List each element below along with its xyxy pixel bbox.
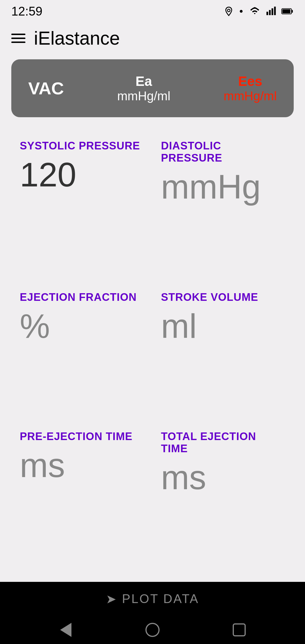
plot-icon: ➤	[106, 592, 116, 606]
stroke-volume-unit: ml	[161, 307, 197, 345]
svg-rect-5	[274, 7, 276, 15]
ees-unit: mmHg/ml	[224, 89, 277, 103]
pre-ejection-time-cell: PRE-EJECTION TIME ms	[11, 422, 152, 573]
stroke-volume-cell: STROKE VOLUME ml	[152, 283, 294, 422]
status-time: 12:59	[11, 4, 42, 18]
svg-rect-7	[291, 10, 293, 12]
wifi-icon	[249, 6, 261, 16]
location-icon	[224, 6, 234, 16]
top-bar: iElastance	[0, 23, 305, 54]
svg-point-0	[228, 9, 230, 12]
total-ejection-time-label: TOTAL EJECTION TIME	[161, 430, 285, 455]
pre-ejection-time-label: PRE-EJECTION TIME	[20, 430, 144, 443]
app-title: iElastance	[34, 27, 120, 49]
ea-unit: mmHg/ml	[117, 89, 170, 103]
vac-label: VAC	[28, 78, 64, 98]
total-ejection-time-value: ms	[161, 460, 285, 494]
recent-icon	[233, 623, 246, 636]
back-button[interactable]	[56, 620, 76, 640]
signal-icon	[265, 6, 277, 16]
nav-bar	[0, 616, 305, 644]
battery-icon	[281, 7, 294, 15]
status-icons	[224, 6, 294, 16]
back-icon	[60, 623, 71, 637]
menu-line-2	[11, 38, 25, 39]
svg-rect-3	[269, 10, 271, 15]
svg-rect-4	[272, 8, 273, 15]
systolic-pressure-value: 120	[20, 158, 144, 192]
svg-rect-2	[267, 12, 268, 15]
ees-title: Ees	[224, 73, 277, 89]
plot-data-button[interactable]: ➤ PLOT DATA	[0, 582, 305, 616]
ea-block: Ea mmHg/ml	[117, 73, 170, 103]
total-ejection-time-cell: TOTAL EJECTION TIME ms	[152, 422, 294, 573]
ejection-fraction-unit: %	[20, 307, 50, 345]
home-icon	[145, 623, 160, 637]
pre-ejection-time-value: ms	[20, 448, 144, 482]
menu-button[interactable]	[11, 34, 25, 43]
diastolic-pressure-value: mmHg	[161, 170, 285, 204]
menu-line-3	[11, 42, 25, 43]
stroke-volume-value: ml	[161, 309, 285, 343]
diastolic-pressure-unit: mmHg	[161, 168, 261, 206]
plot-label: PLOT DATA	[122, 592, 199, 606]
diastolic-pressure-label: DIASTOLIC PRESSURE	[161, 140, 285, 164]
svg-point-1	[240, 10, 243, 13]
home-button[interactable]	[143, 620, 162, 640]
stroke-volume-label: STROKE VOLUME	[161, 291, 285, 303]
diastolic-pressure-cell: DIASTOLIC PRESSURE mmHg	[152, 131, 294, 283]
vac-card: VAC Ea mmHg/ml Ees mmHg/ml	[11, 59, 294, 117]
status-bar: 12:59	[0, 0, 305, 23]
ea-title: Ea	[117, 73, 170, 89]
metrics-grid: SYSTOLIC PRESSURE 120 DIASTOLIC PRESSURE…	[0, 123, 305, 582]
recent-button[interactable]	[229, 620, 249, 640]
ees-block: Ees mmHg/ml	[224, 73, 277, 103]
pre-ejection-time-unit: ms	[20, 446, 65, 484]
systolic-pressure-cell: SYSTOLIC PRESSURE 120	[11, 131, 152, 283]
ejection-fraction-cell: EJECTION FRACTION %	[11, 283, 152, 422]
menu-line-1	[11, 34, 25, 35]
ejection-fraction-value: %	[20, 309, 144, 343]
dot-icon	[238, 8, 244, 14]
systolic-pressure-number: 120	[20, 156, 76, 193]
ejection-fraction-label: EJECTION FRACTION	[20, 291, 144, 303]
svg-rect-8	[282, 9, 290, 13]
total-ejection-time-unit: ms	[161, 458, 206, 496]
systolic-pressure-label: SYSTOLIC PRESSURE	[20, 140, 144, 152]
